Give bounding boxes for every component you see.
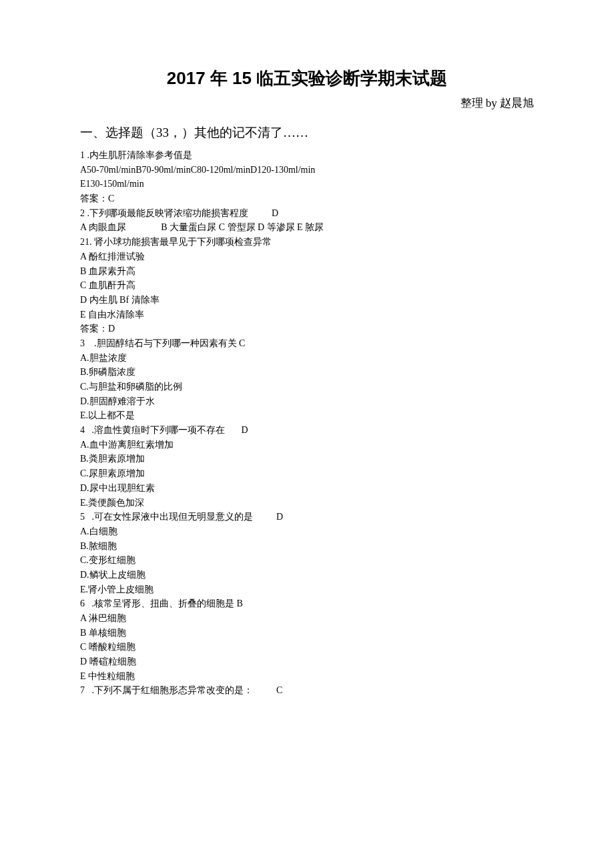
text-line: 2 .下列哪项最能反映肾浓缩功能损害程度 D	[80, 206, 534, 221]
text-line: 3 .胆固醇结石与下列哪一种因素有关 C	[80, 336, 534, 351]
text-line: D.尿中出现胆红素	[80, 481, 534, 496]
byline: 整理 by 赵晨旭	[80, 95, 534, 111]
section-heading: 一、选择题（33，）其他的记不清了……	[80, 124, 534, 141]
text-line: E.肾小管上皮细胞	[80, 582, 534, 597]
text-line: E 中性粒细胞	[80, 669, 534, 684]
text-line: 6 .核常呈肾形、扭曲、折叠的细胞是 B	[80, 596, 534, 611]
text-line: C 血肌酐升高	[80, 278, 534, 293]
text-line: C 嗜酸粒细胞	[80, 640, 534, 655]
text-line: A 淋巴细胞	[80, 611, 534, 626]
text-line: 5 .可在女性尿液中出现但无明显意义的是 D	[80, 510, 534, 524]
document-page: 2017 年 15 临五实验诊断学期末试题 整理 by 赵晨旭 一、选择题（33…	[0, 0, 614, 738]
text-line: D 内生肌 Bf 清除率	[80, 293, 534, 308]
text-line: B.粪胆素原增加	[80, 452, 534, 466]
text-line: A 酚红排泄试验	[80, 250, 534, 264]
text-line: E 自由水清除率	[80, 308, 534, 322]
text-line: C.变形红细胞	[80, 553, 534, 568]
text-line: B 单核细胞	[80, 626, 534, 640]
text-line: 1 .内生肌肝清除率参考值是	[80, 148, 534, 163]
text-line: E.以上都不是	[80, 408, 534, 423]
text-line: A.胆盐浓度	[80, 351, 534, 366]
text-line: 7 .下列不属于红细胞形态异常改变的是： C	[80, 683, 534, 698]
text-line: B.卵磷脂浓度	[80, 365, 534, 380]
text-line: E.粪便颜色加深	[80, 496, 534, 510]
text-line: E130-150ml/min	[80, 177, 534, 191]
text-line: 21. 肾小球功能损害最早见于下列哪项检查异常	[80, 235, 534, 250]
text-line: 4 .溶血性黄疸时下列哪一项不存在 D	[80, 423, 534, 438]
text-line: A.白细胞	[80, 524, 534, 539]
text-line: B.脓细胞	[80, 539, 534, 554]
text-line: A50-70ml/minB70-90ml/minC80-120ml/minD12…	[80, 163, 534, 177]
text-line: A 肉眼血尿 B 大量蛋白尿 C 管型尿 D 等渗尿 E 脓尿	[80, 220, 534, 235]
text-line: D.胆固醇难溶于水	[80, 394, 534, 409]
text-line: 答案：C	[80, 191, 534, 206]
text-line: A.血中游离胆红素增加	[80, 438, 534, 452]
text-line: C.尿胆素原增加	[80, 466, 534, 481]
text-line: D.鳞状上皮细胞	[80, 568, 534, 582]
text-line: 答案：D	[80, 322, 534, 336]
text-line: B 血尿素升高	[80, 264, 534, 279]
text-line: C.与胆盐和卵磷脂的比例	[80, 380, 534, 394]
text-line: D 嗜碹粒细胞	[80, 655, 534, 669]
page-title: 2017 年 15 临五实验诊断学期末试题	[80, 67, 534, 90]
